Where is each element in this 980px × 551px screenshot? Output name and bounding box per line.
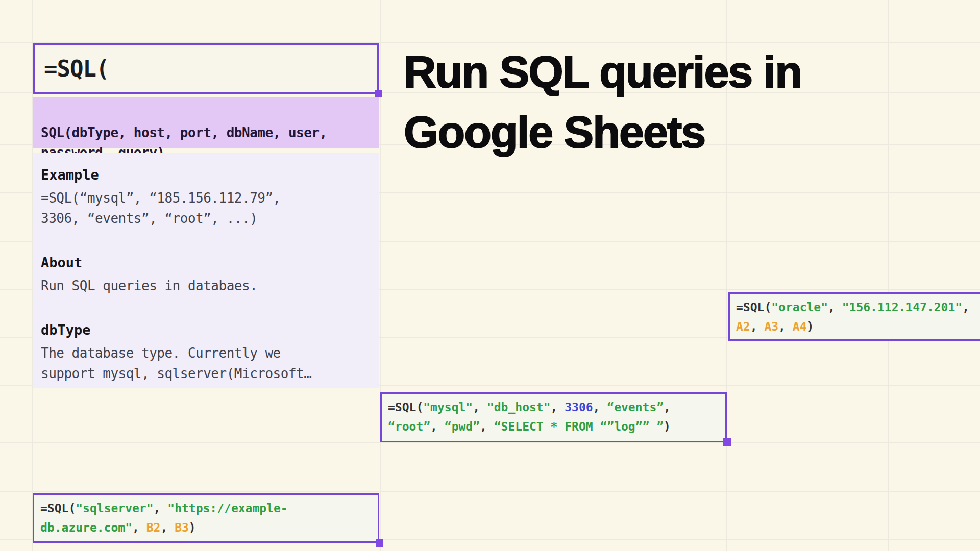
help-section-example: Example =SQL(“mysql”, “185.156.112.79”, … — [41, 166, 371, 229]
code-token: , — [593, 400, 607, 414]
code-token: B3 — [175, 521, 189, 534]
help-body: Run SQL queries in databaes. — [41, 276, 371, 296]
code-token: "sqlserver" — [76, 502, 153, 515]
code-token: "mysql" — [423, 400, 473, 414]
help-body: The database type. Currently we support … — [41, 343, 371, 384]
code-token: “root” — [388, 420, 430, 433]
cell-formula-sqlserver[interactable]: =SQL("sqlserver", "https://example- db.a… — [33, 493, 379, 543]
code-token: , — [551, 400, 565, 414]
code-token: “SELECT * FROM “”log”” ” — [494, 420, 664, 433]
fill-handle[interactable] — [723, 438, 731, 446]
code-token: , — [962, 300, 969, 314]
formula-line: A2, A3, A4) — [736, 317, 980, 336]
code-token: , — [778, 320, 793, 333]
code-token: =SQL( — [736, 300, 771, 314]
gridline-horizontal — [0, 491, 980, 492]
code-token: , — [132, 521, 146, 534]
code-token: "https://example- — [167, 502, 287, 515]
code-token: "156.112.147.201" — [842, 300, 962, 314]
formula-line: =SQL("sqlserver", "https://example- — [40, 498, 372, 518]
formula-text: =SQL( — [44, 56, 109, 82]
code-token: A3 — [764, 320, 778, 333]
fill-handle[interactable] — [376, 539, 383, 547]
code-token: , — [473, 400, 487, 414]
help-section-about: About Run SQL queries in databaes. — [41, 254, 371, 296]
code-token: , — [154, 502, 168, 515]
page-title: Run SQL queries in Google Sheets — [404, 42, 801, 162]
spreadsheet-canvas: { "title": { "line1": "Run SQL queries i… — [0, 0, 980, 551]
code-token: , — [828, 300, 842, 314]
code-token: ) — [664, 420, 671, 433]
gridline-vertical — [380, 0, 381, 551]
code-token: B2 — [146, 521, 161, 534]
help-heading: About — [41, 254, 371, 271]
code-token: , — [750, 320, 765, 333]
code-token: A2 — [736, 320, 750, 333]
formula-help-panel: Example =SQL(“mysql”, “185.156.112.79”, … — [33, 153, 379, 388]
page-title-line2: Google Sheets — [404, 102, 801, 162]
gridline-vertical — [888, 0, 889, 551]
gridline-horizontal — [0, 442, 980, 443]
code-token: db.azure.com" — [40, 521, 132, 534]
code-token: “events” — [607, 400, 664, 414]
cell-formula-mysql[interactable]: =SQL("mysql", "db_host", 3306, “events”,… — [380, 392, 727, 442]
formula-line: =SQL("oracle", "156.112.147.201", — [736, 297, 980, 317]
formula-line: “root”, “pwd”, “SELECT * FROM “”log”” ”) — [388, 417, 719, 436]
page-title-line1: Run SQL queries in — [404, 42, 801, 102]
code-token: =SQL( — [40, 502, 76, 515]
code-token: , — [160, 521, 175, 534]
formula-line: db.azure.com", B2, B3) — [40, 518, 372, 537]
help-section-dbtype: dbType The database type. Currently we s… — [41, 321, 371, 384]
code-token: "oracle" — [771, 300, 828, 314]
code-token: ) — [807, 320, 814, 333]
code-token: A4 — [793, 320, 807, 333]
formula-signature-tooltip: SQL(dbType, host, port, dbName, user, pa… — [33, 97, 379, 148]
code-token: , — [664, 400, 671, 414]
help-heading: dbType — [41, 321, 371, 339]
code-token: ) — [189, 521, 196, 534]
code-token: =SQL( — [388, 400, 423, 414]
code-token: "db_host" — [487, 400, 551, 414]
help-body: =SQL(“mysql”, “185.156.112.79”, 3306, “e… — [41, 188, 371, 229]
active-cell-formula-input[interactable]: =SQL( — [33, 43, 379, 94]
formula-line: =SQL("mysql", "db_host", 3306, “events”, — [388, 397, 719, 417]
help-heading: Example — [41, 166, 371, 184]
code-token: “pwd” — [445, 420, 480, 433]
code-token: , — [480, 420, 494, 433]
fill-handle[interactable] — [375, 90, 382, 97]
cell-formula-oracle[interactable]: =SQL("oracle", "156.112.147.201", A2, A3… — [728, 292, 980, 341]
code-token: 3306 — [565, 400, 593, 414]
code-token: , — [430, 420, 445, 433]
